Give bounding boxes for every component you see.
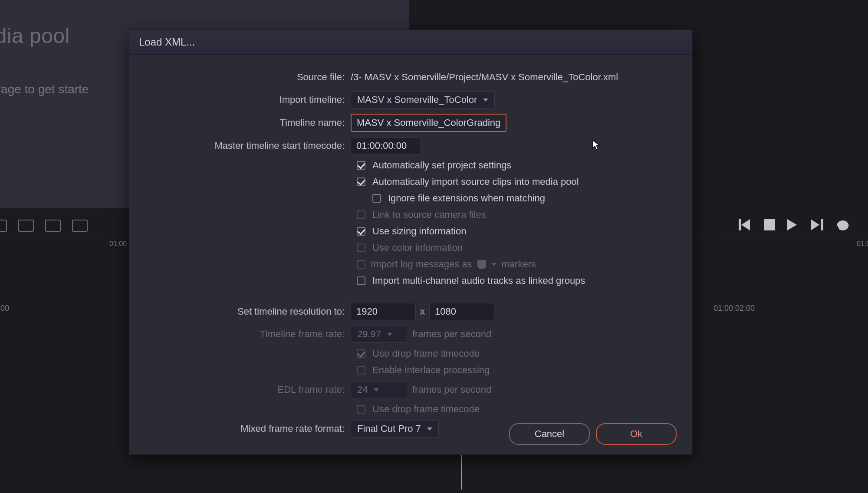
edl-fps-select: 24 [351,381,407,398]
resolution-label: Set timeline resolution to: [147,306,351,317]
ignore-ext-label: Ignore file extensions when matching [388,193,545,204]
import-log-label-post: markers [502,259,536,270]
edl-fps-unit: frames per second [412,384,491,395]
ok-button[interactable]: Ok [596,423,677,445]
timeline-fps-label: Timeline frame rate: [147,329,351,340]
chevron-down-icon [491,263,496,266]
playhead[interactable] [461,455,462,490]
mouse-cursor-icon [592,140,601,151]
import-log-label-pre: Import log messages as [371,259,472,270]
use-sizing-label: Use sizing information [372,226,466,237]
interlace-checkbox [357,366,365,375]
svg-marker-0 [741,219,750,230]
drop-frame-tc2-label: Use drop frame timecode [372,404,480,415]
multichannel-label: Import multi-channel audio tracks as lin… [372,275,585,286]
view-mode-icon-2[interactable] [18,220,34,232]
next-button[interactable] [811,219,824,232]
cancel-button[interactable]: Cancel [509,423,590,445]
dialog-buttons: Cancel Ok [509,423,677,445]
dialog-title: Load XML... [129,30,692,55]
source-file-label: Source file: [147,72,351,83]
chevron-down-icon [483,99,488,102]
marker-icon [477,260,486,269]
start-timecode-input[interactable]: 01:00:00:00 [351,137,420,154]
ruler-tick: :00 [0,304,9,313]
drop-frame-tc-checkbox [357,349,365,358]
view-mode-icon-1[interactable] [0,220,7,232]
edl-fps-label: EDL frame rate: [147,384,351,395]
resolution-width-input[interactable]: 1920 [351,303,416,320]
import-timeline-label: Import timeline: [147,94,351,105]
use-color-checkbox [357,243,365,252]
mixed-rate-select[interactable]: Final Cut Pro 7 [351,420,439,437]
media-pool-hint: edia Storage to get starte [0,82,89,96]
auto-import-clips-label: Automatically import source clips into m… [372,176,579,187]
link-camera-label: Link to source camera files [372,209,486,220]
timeline-fps-select: 29.97 [351,325,407,343]
play-button[interactable] [787,219,799,232]
svg-marker-4 [811,219,819,230]
ruler-tick: 01:01:0 [857,240,868,248]
resolution-x: x [420,306,425,317]
auto-project-settings-label: Automatically set project settings [372,160,511,171]
source-file-value: /3- MASV x Somerville/Project/MASV x Som… [351,72,618,83]
chevron-down-icon [427,427,432,431]
timeline-name-input[interactable]: MASV x Somerville_ColorGrading [351,114,506,132]
mixed-rate-label: Mixed frame rate format: [147,423,351,434]
loop-button[interactable] [836,219,851,232]
use-color-label: Use color information [372,242,463,253]
resolution-height-input[interactable]: 1080 [429,303,494,320]
svg-rect-5 [821,219,823,230]
svg-rect-1 [739,219,741,230]
link-camera-checkbox [357,210,365,219]
ruler-tick: 01:00:02:00 [713,304,755,313]
ruler-tick: 01:00 [109,240,127,248]
load-xml-dialog: Load XML... Source file: /3- MASV x Some… [129,30,693,455]
view-mode-icon-4[interactable] [72,220,88,232]
chevron-down-icon [374,388,379,391]
timeline-name-label: Timeline name: [147,117,351,128]
media-pool-heading: n media pool [0,24,70,48]
start-timecode-label: Master timeline start timecode: [147,140,351,151]
drop-frame-tc2-checkbox [357,405,365,414]
dialog-body: Source file: /3- MASV x Somerville/Proje… [129,55,692,451]
auto-import-clips-checkbox[interactable] [357,177,365,186]
view-mode-icon-3[interactable] [45,220,61,232]
drop-frame-tc-label: Use drop frame timecode [372,348,480,359]
svg-marker-3 [787,219,797,230]
stop-button[interactable] [764,219,775,232]
import-log-checkbox [357,260,365,269]
import-timeline-value: MASV x Somerville_ToColor [357,94,477,105]
interlace-label: Enable interlace processing [372,365,490,376]
prev-button[interactable] [739,219,752,232]
use-sizing-checkbox[interactable] [357,227,365,236]
import-timeline-select[interactable]: MASV x Somerville_ToColor [351,91,495,108]
chevron-down-icon [387,333,392,336]
svg-rect-2 [764,219,775,230]
auto-project-settings-checkbox[interactable] [357,161,365,170]
ignore-ext-checkbox[interactable] [372,194,381,203]
multichannel-checkbox[interactable] [357,276,365,285]
timeline-fps-unit: frames per second [412,329,491,340]
